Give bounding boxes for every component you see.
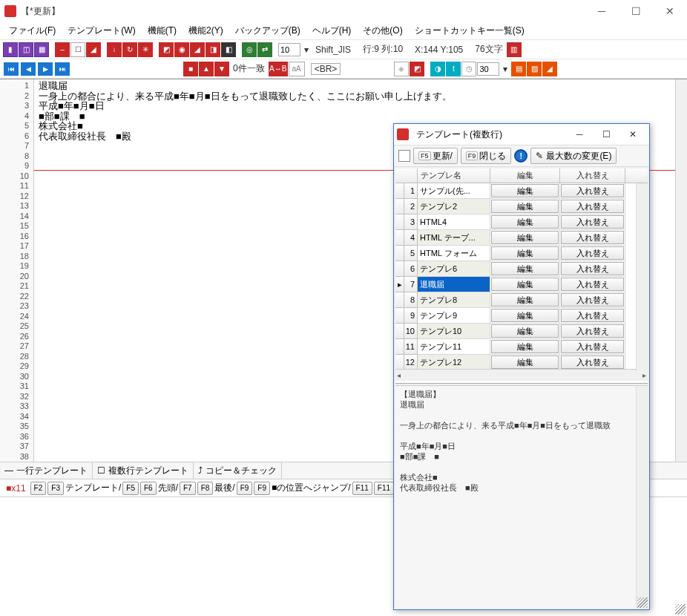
edit-button[interactable]: 編集: [491, 278, 559, 291]
encoding-label[interactable]: Shift_JIS: [312, 45, 354, 55]
dropdown-arrow[interactable]: ▾: [301, 45, 312, 55]
swap-button[interactable]: 入れ替え: [561, 355, 624, 369]
tb-icon[interactable]: ▤: [511, 62, 526, 76]
tb-icon[interactable]: –: [55, 42, 70, 57]
tb-icon[interactable]: ✳: [138, 42, 153, 57]
tb-icon[interactable]: ⇄: [257, 42, 272, 57]
f8-key[interactable]: F8: [197, 482, 214, 495]
close-button[interactable]: ✕: [653, 0, 687, 22]
table-row[interactable]: 8 テンプレ8 編集 入れ替え: [395, 292, 648, 308]
tb-icon[interactable]: ↻: [122, 42, 137, 57]
edit-button[interactable]: 編集: [491, 355, 559, 369]
editor-scrollbar[interactable]: [675, 79, 687, 462]
col-edit[interactable]: 編集: [490, 168, 560, 183]
tb-icon[interactable]: ◉: [174, 42, 189, 57]
f9-key[interactable]: F9: [237, 482, 253, 495]
nav-first[interactable]: ⏮: [3, 62, 19, 76]
f6-key[interactable]: F6: [140, 482, 157, 495]
table-row[interactable]: 12 テンプレ12 編集 入れ替え: [395, 355, 648, 369]
table-row[interactable]: 10 テンプレ10 編集 入れ替え: [395, 324, 648, 339]
tb-icon[interactable]: ☐: [70, 42, 85, 57]
br-label[interactable]: <BR>: [311, 63, 341, 75]
dropdown-arrow[interactable]: ▾: [500, 64, 510, 74]
nav-next[interactable]: ▶: [37, 62, 53, 76]
col-index[interactable]: [395, 168, 418, 183]
edit-button[interactable]: 編集: [491, 340, 559, 353]
col-swap[interactable]: 入れ替え: [560, 168, 625, 183]
edit-button[interactable]: 編集: [491, 324, 559, 338]
menu-item[interactable]: バックアップ(B): [229, 23, 306, 39]
nav-last[interactable]: ⏭: [54, 62, 70, 76]
table-row[interactable]: 2 テンプレ2 編集 入れ替え: [395, 199, 648, 214]
grid-hscrollbar[interactable]: ◂▸: [395, 369, 648, 381]
col-name[interactable]: テンプレ名: [418, 168, 490, 183]
table-row[interactable]: 5 HTML フォーム 編集 入れ替え: [395, 246, 648, 261]
grid-vscrollbar[interactable]: [636, 183, 648, 371]
f2-key[interactable]: F2: [30, 482, 47, 495]
rss-icon[interactable]: ▧: [527, 62, 542, 76]
f3-key[interactable]: F3: [47, 482, 64, 495]
swap-button[interactable]: 入れ替え: [561, 184, 624, 197]
tb-icon[interactable]: ◢: [86, 42, 101, 57]
dialog-maximize[interactable]: ☐: [593, 125, 619, 143]
nav-prev[interactable]: ◀: [20, 62, 36, 76]
tb-icon[interactable]: A↔B: [269, 62, 288, 76]
tb-icon[interactable]: ▼: [214, 62, 229, 76]
tab-copy-check[interactable]: ⤴ コピー＆チェック: [194, 462, 282, 479]
swap-button[interactable]: 入れ替え: [561, 215, 624, 229]
f11-key[interactable]: F11: [374, 482, 394, 495]
tb-icon[interactable]: ◩: [159, 42, 174, 57]
swap-button[interactable]: 入れ替え: [561, 309, 624, 322]
table-row[interactable]: 6 テンプレ6 編集 入れ替え: [395, 261, 648, 277]
table-row[interactable]: ▸ 7 退職届 編集 入れ替え: [395, 277, 648, 292]
tb-icon[interactable]: ◑: [430, 62, 445, 76]
menu-item[interactable]: テンプレート(W): [62, 23, 141, 39]
tb-icon[interactable]: ◈: [394, 62, 409, 76]
edit-button[interactable]: 編集: [491, 246, 559, 260]
tb-icon[interactable]: ◨: [206, 42, 220, 57]
menu-item[interactable]: その他(O): [357, 23, 408, 39]
minimize-button[interactable]: ─: [585, 0, 619, 22]
edit-button[interactable]: 編集: [491, 262, 559, 275]
dialog-update-button[interactable]: F5更新/: [413, 148, 458, 164]
menu-item[interactable]: ファイル(F): [3, 23, 62, 39]
tb-icon[interactable]: ↓: [107, 42, 122, 57]
font-size-input[interactable]: [278, 43, 300, 56]
dialog-minimize[interactable]: ─: [566, 125, 593, 143]
swap-button[interactable]: 入れ替え: [561, 262, 624, 275]
tb-icon[interactable]: ◢: [190, 42, 205, 57]
table-row[interactable]: 4 HTML テーブ... 編集 入れ替え: [395, 230, 648, 246]
menu-item[interactable]: 機能2(Y): [183, 23, 229, 39]
edit-button[interactable]: 編集: [491, 184, 559, 197]
resize-grip[interactable]: [675, 604, 686, 615]
table-row[interactable]: 9 テンプレ9 編集 入れ替え: [395, 308, 648, 324]
edit-button[interactable]: 編集: [491, 293, 559, 307]
twitter-icon[interactable]: t: [446, 62, 461, 76]
tb-icon[interactable]: ▮: [3, 42, 18, 57]
tb-icon[interactable]: ▦: [34, 42, 49, 57]
edit-button[interactable]: 編集: [491, 200, 559, 213]
tb-icon[interactable]: ◩: [410, 62, 424, 76]
dialog-max-change-button[interactable]: 最大数の変更(E): [530, 148, 617, 164]
f9-key[interactable]: F9: [254, 482, 270, 495]
tb-icon[interactable]: aA: [289, 62, 305, 76]
dialog-close[interactable]: ✕: [619, 125, 646, 143]
dialog-close-button[interactable]: F9閉じる: [461, 148, 512, 164]
swap-button[interactable]: 入れ替え: [561, 246, 624, 260]
swap-button[interactable]: 入れ替え: [561, 278, 624, 291]
tb-icon[interactable]: ▲: [199, 62, 214, 76]
tb-icon[interactable]: ■: [183, 62, 198, 76]
tb-icon[interactable]: ◢: [542, 62, 557, 76]
f5-key[interactable]: F5: [122, 482, 139, 495]
table-row[interactable]: 3 HTML4 編集 入れ替え: [395, 214, 648, 230]
table-row[interactable]: 11 テンプレ11 編集 入れ替え: [395, 339, 648, 355]
menu-item[interactable]: 機能(T): [142, 23, 183, 39]
menu-item[interactable]: ショートカットキー一覧(S): [409, 23, 530, 39]
swap-button[interactable]: 入れ替え: [561, 231, 624, 244]
tb-icon[interactable]: ◎: [242, 42, 257, 57]
maximize-button[interactable]: ☐: [619, 0, 653, 22]
swap-button[interactable]: 入れ替え: [561, 324, 624, 338]
edit-button[interactable]: 編集: [491, 309, 559, 322]
f7-key[interactable]: F7: [180, 482, 196, 495]
tb-icon[interactable]: ◫: [19, 42, 33, 57]
